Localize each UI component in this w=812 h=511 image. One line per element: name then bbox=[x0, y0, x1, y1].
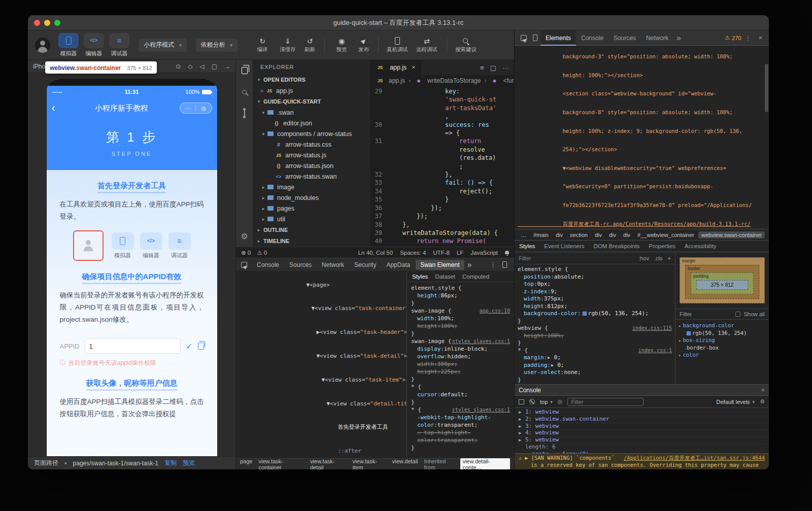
dom-breadcrumb[interactable]: … bbox=[518, 231, 529, 239]
style-rule-line[interactable]: styles_slaves.css:1 swan-image { bbox=[411, 337, 510, 345]
close-drawer-icon[interactable]: × bbox=[761, 387, 765, 394]
dom-breadcrumb[interactable]: #main bbox=[530, 231, 552, 239]
devtools-tab[interactable]: Network bbox=[317, 260, 349, 270]
style-rule-line[interactable]: height:100%; bbox=[518, 332, 672, 340]
style-rule-line[interactable]: padding:▸ 0; bbox=[518, 362, 672, 369]
file-tree-item[interactable]: ▸ node_modules bbox=[253, 192, 370, 203]
devtools-tab[interactable]: Elements bbox=[540, 30, 576, 46]
element-tree-node[interactable]: ▼<view class="task-item"> bbox=[239, 368, 407, 392]
more-tabs-icon[interactable]: » bbox=[467, 260, 472, 269]
close-tab-icon[interactable]: × bbox=[412, 64, 415, 71]
kebab-menu-icon[interactable]: ⋮ bbox=[741, 34, 755, 42]
element-breadcrumb[interactable]: view.task-item bbox=[353, 458, 386, 470]
element-tree-node[interactable]: ::after bbox=[239, 439, 407, 458]
class-toggle-button[interactable]: .cls bbox=[654, 255, 663, 261]
style-rule-line[interactable]: } bbox=[411, 376, 510, 383]
computed-property[interactable]: ▸color bbox=[679, 351, 766, 359]
log-levels-dropdown[interactable]: Default levels▾ bbox=[717, 399, 755, 405]
style-rule-line[interactable]: background-color:rgb(50, 136, 254); bbox=[518, 310, 672, 318]
settings-gear-icon[interactable]: ⚙ bbox=[236, 230, 253, 242]
search-icon[interactable] bbox=[236, 86, 253, 97]
style-rule-line[interactable]: * { bbox=[411, 383, 510, 391]
stylesheet-link[interactable]: index.css:1 bbox=[638, 347, 672, 355]
dom-breadcrumb[interactable]: #__webview_container bbox=[634, 231, 697, 239]
toolbar-action-button[interactable]: 编译 bbox=[254, 37, 271, 53]
expand-icon[interactable]: ▸ bbox=[679, 323, 681, 328]
check-icon[interactable]: ✓ bbox=[186, 342, 192, 351]
tab-app-js[interactable]: app.js × bbox=[371, 60, 421, 75]
devtools-tab[interactable]: Security bbox=[350, 260, 381, 270]
swan-style-rules[interactable]: element.style { height:86px; bbox=[407, 282, 514, 458]
console-entry[interactable]: length: 6 bbox=[515, 444, 769, 451]
style-rule-line[interactable]: styles_slaves.css:1 * { bbox=[411, 406, 510, 414]
copy-icon[interactable] bbox=[198, 343, 204, 350]
file-tree-item[interactable]: ▾ components / arrow-status bbox=[253, 128, 370, 139]
console-entry[interactable]: ▶ 3: webview bbox=[515, 423, 769, 430]
style-rule-line[interactable]: } bbox=[518, 339, 672, 347]
explorer-icon[interactable] bbox=[236, 65, 253, 76]
simulator-toolbar-icon[interactable]: ◁ bbox=[199, 63, 204, 70]
toolbar-action-button[interactable]: 预览 bbox=[333, 37, 350, 53]
console-sidebar-icon[interactable] bbox=[519, 399, 524, 404]
style-rule-line[interactable]: z-index:9; bbox=[518, 288, 672, 296]
new-rule-button[interactable]: + bbox=[668, 255, 671, 261]
style-rule-line[interactable]: } bbox=[411, 444, 510, 452]
page-path-dropdown[interactable]: 页面路径 bbox=[34, 459, 58, 467]
dom-breadcrumb[interactable]: div bbox=[606, 231, 619, 239]
elements-subpanel-tab[interactable]: Styles bbox=[515, 243, 539, 249]
computed-filter-input[interactable]: Filter bbox=[680, 311, 692, 317]
markup-line[interactable]: ▼<webview disablewebsecurity="true" webp… bbox=[518, 159, 766, 178]
breadcrumb-item[interactable]: app.js bbox=[376, 77, 405, 84]
show-all-checkbox[interactable] bbox=[735, 312, 740, 317]
style-rule-line[interactable]: height:812px; bbox=[518, 303, 672, 311]
expand-icon[interactable]: ▸ bbox=[679, 353, 681, 358]
style-rule-line[interactable]: height:86px; bbox=[411, 292, 510, 299]
preview-path-button[interactable]: 预览 bbox=[183, 459, 195, 467]
markup-line[interactable]: 254);"></section> bbox=[518, 140, 766, 159]
box-model-diagram[interactable]: margin border padding 375 × 812 bbox=[675, 252, 769, 309]
dom-breadcrumb[interactable]: div bbox=[620, 231, 633, 239]
file-tree-item[interactable]: ▸ pages bbox=[253, 203, 370, 214]
expand-icon[interactable]: ▶ bbox=[525, 455, 528, 462]
style-rule-line[interactable]: position:absolute; bbox=[518, 274, 672, 281]
style-rule-line[interactable]: height:100%; bbox=[411, 322, 510, 330]
style-rules[interactable]: element.style { position:absolute; bbox=[515, 264, 675, 384]
devtools-tab[interactable]: Console bbox=[576, 30, 608, 46]
simulator-toolbar-icon[interactable]: → bbox=[224, 63, 230, 70]
stylesheet-link[interactable]: styles_slaves.css:1 bbox=[452, 337, 510, 345]
source-control-icon[interactable] bbox=[236, 108, 253, 119]
capsule-menu[interactable]: ··· ◎ bbox=[180, 103, 212, 114]
project-section[interactable]: ▾GUIDE-QUICK-START bbox=[253, 96, 370, 107]
expand-icon[interactable]: ▶ bbox=[519, 423, 525, 430]
style-rule-line[interactable]: element.style { bbox=[518, 266, 672, 274]
elements-markup[interactable]: background-3" style="position: absolute;… bbox=[515, 46, 769, 229]
style-rule-line[interactable]: width:300px; bbox=[411, 360, 510, 368]
split-editor-icon[interactable]: ▢ bbox=[490, 64, 496, 72]
styles-pane-tab[interactable]: Computed bbox=[462, 274, 489, 280]
devtools-tab[interactable]: Sources bbox=[285, 260, 316, 270]
phone-simulator[interactable]: ••••• 11:31 100% ‹ 小程序新手教程 ··· ◎ bbox=[47, 79, 217, 456]
dom-breadcrumb[interactable]: div bbox=[592, 231, 605, 239]
file-tree-item[interactable]: ▸ util bbox=[253, 214, 370, 224]
console-filter-input[interactable]: Filter bbox=[567, 398, 644, 406]
file-tree-item[interactable]: ▾ .swan bbox=[253, 107, 370, 118]
console-entry[interactable]: ▶ 2: webview.swan-container bbox=[515, 416, 769, 423]
dom-breadcrumb[interactable]: webview.swan-container bbox=[698, 231, 765, 239]
minimize-window-button[interactable] bbox=[44, 20, 50, 26]
warnings-badge[interactable]: ⚠ 270 bbox=[725, 35, 741, 41]
zoom-window-button[interactable] bbox=[54, 20, 60, 26]
element-breadcrumb[interactable]: view.detail bbox=[392, 458, 418, 470]
style-rule-line[interactable]: } bbox=[518, 377, 672, 384]
computed-property[interactable]: ▸box-sizing border-box bbox=[679, 336, 766, 351]
close-icon[interactable]: × bbox=[258, 88, 265, 94]
style-rule-line[interactable]: } bbox=[411, 299, 510, 307]
element-tree-node[interactable]: ▼<view class="task-container"> bbox=[239, 297, 407, 321]
console-entry[interactable]: ▶ 4: webview bbox=[515, 430, 769, 437]
elements-subpanel-tab[interactable]: Event Listeners bbox=[539, 243, 589, 249]
stylesheet-link[interactable]: index.css:115 bbox=[632, 325, 672, 332]
code-editor[interactable]: 29 key: 'swan-quick-st bbox=[371, 86, 514, 247]
dom-breadcrumb[interactable]: div bbox=[553, 231, 566, 239]
stylesheet-link[interactable]: app.css:10 bbox=[480, 307, 510, 315]
elements-subpanel-tab[interactable]: Properties bbox=[644, 243, 680, 249]
more-actions-icon[interactable]: ··· bbox=[502, 64, 509, 72]
